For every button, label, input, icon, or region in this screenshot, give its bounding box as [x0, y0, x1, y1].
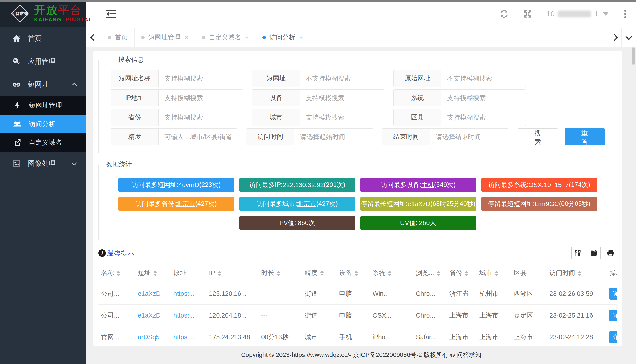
province-input[interactable]: [159, 109, 243, 126]
detail-button[interactable]: 详情: [609, 288, 617, 300]
print-icon[interactable]: [604, 247, 617, 260]
sort-icon[interactable]: [578, 270, 581, 276]
field-label: 系统: [394, 90, 441, 106]
field-province: 省份: [111, 109, 243, 126]
refresh-icon[interactable]: [499, 9, 509, 19]
visit-time-input[interactable]: [294, 129, 373, 145]
sort-icon[interactable]: [388, 270, 392, 276]
tip-link[interactable]: 温馨提示: [107, 248, 134, 258]
sort-icon[interactable]: [320, 270, 324, 276]
search-button[interactable]: 搜 索: [518, 128, 558, 145]
info-icon: i: [98, 249, 106, 257]
stat-link[interactable]: OSX:10_15_7: [528, 181, 569, 189]
sidebar: 问答求知 开放平台 KAIFANG PINGTAI 首页 短网址 应用管理: [0, 0, 86, 364]
shorturl-submenu: 短网址管理 访问分析 自定义域名: [0, 96, 86, 152]
sidebar-item-label: 短网址: [28, 80, 49, 89]
sidebar-item-apps[interactable]: 短网址 应用管理: [0, 50, 86, 73]
stat-most-visited-device: 访问最多设备: 手机(549次): [360, 178, 476, 192]
field-visit-time: 访问时间: [246, 128, 373, 145]
shorturl-name-input[interactable]: [159, 70, 243, 86]
stat-link[interactable]: 222.130.32.92: [283, 181, 324, 189]
search-panel: 搜索信息 短网址名称 短网址 原始网址: [98, 55, 617, 154]
stat-link[interactable]: 北京市: [297, 200, 316, 208]
sort-icon[interactable]: [153, 270, 157, 276]
sidebar-item-custom-domain[interactable]: 自定义域名: [0, 133, 86, 152]
tabs-scroll-right-button[interactable]: [607, 28, 621, 47]
detail-button[interactable]: 详情: [609, 331, 617, 343]
field-label: 结束时间: [382, 129, 430, 145]
tab-custom-domain[interactable]: 自定义域名 ×: [195, 28, 256, 47]
fullscreen-icon[interactable]: [523, 9, 532, 19]
tab-close-icon[interactable]: ×: [245, 34, 249, 41]
detail-button[interactable]: 详情: [609, 310, 617, 321]
system-input[interactable]: [441, 90, 526, 106]
sidebar-item-home[interactable]: 首页: [0, 27, 86, 50]
stat-link[interactable]: 4uvrnD: [178, 181, 199, 189]
sidebar-item-visit-analysis[interactable]: 访问分析: [0, 115, 86, 133]
cell-origin-link[interactable]: https:...: [171, 305, 206, 326]
tab-close-icon[interactable]: ×: [299, 34, 303, 41]
logo-subtitle: KAIFANG PINGTAI: [34, 17, 91, 23]
field-label: 原始网址: [394, 70, 441, 86]
chevron-left-icon: [90, 34, 97, 41]
tab-home[interactable]: 首页: [101, 28, 135, 47]
cell-name: 公司...: [98, 283, 135, 305]
shorturl-input[interactable]: [300, 70, 384, 86]
tab-close-icon[interactable]: ×: [184, 34, 188, 41]
tabs-scroll-left-button[interactable]: [86, 28, 101, 47]
cell-short-link[interactable]: e1aXzD: [135, 305, 171, 326]
sort-icon[interactable]: [277, 270, 280, 276]
device-input[interactable]: [300, 90, 384, 106]
sort-icon[interactable]: [117, 270, 120, 276]
sidebar-item-label: 自定义域名: [29, 138, 62, 147]
cell-name: 公司...: [98, 305, 135, 326]
main-card: 搜索信息 短网址名称 短网址 原始网址: [93, 51, 622, 346]
district-input[interactable]: [441, 109, 526, 126]
sort-icon[interactable]: [218, 270, 221, 276]
logo-diamond-icon: 问答求知: [10, 4, 29, 23]
sidebar-item-image-processing[interactable]: 图像处理: [0, 152, 86, 175]
cell-origin-link[interactable]: https:...: [171, 283, 206, 305]
columns-toggle-button[interactable]: [571, 247, 584, 260]
table-row: 公司... e1aXzD https:... 125.120.16... ---…: [98, 283, 617, 305]
stat-longest-stay: 停留最长短网址: e1aXzD(68时25分40秒): [360, 197, 476, 211]
sidebar-item-label: 首页: [28, 34, 42, 43]
field-label: 省份: [111, 109, 159, 126]
kebab-menu-icon[interactable]: [622, 9, 628, 19]
stat-most-visited-city: 访问最多城市: 北京市(427次): [239, 197, 355, 211]
sort-icon[interactable]: [355, 270, 358, 276]
stat-link[interactable]: 手机: [421, 180, 434, 189]
account-menu[interactable]: 10 1: [546, 10, 608, 18]
export-icon[interactable]: [588, 247, 600, 260]
precision-input[interactable]: [159, 129, 237, 145]
reset-button[interactable]: 重 置: [565, 128, 605, 145]
sidebar-item-shorturl-manage[interactable]: 短网址管理: [0, 96, 86, 115]
cell-short-link[interactable]: arDSq5: [135, 326, 171, 346]
col-city: 城市: [477, 263, 511, 283]
sidebar-collapse-icon[interactable]: [106, 10, 116, 18]
lightning-icon: [13, 102, 22, 109]
sort-icon[interactable]: [437, 270, 440, 276]
ip-input[interactable]: [159, 90, 243, 106]
key-icon: [12, 58, 21, 66]
scrollbar-thumb[interactable]: [631, 48, 635, 65]
logo[interactable]: 问答求知 开放平台 KAIFANG PINGTAI: [0, 0, 86, 27]
tab-shorturl-manage[interactable]: 短网址管理 ×: [135, 28, 195, 47]
stat-link[interactable]: e1aXzD: [408, 200, 430, 208]
logo-title: 开放平台: [34, 4, 91, 16]
cell-origin-link[interactable]: https:...: [171, 326, 206, 346]
sort-icon[interactable]: [495, 270, 498, 276]
field-district: 区县: [393, 109, 526, 126]
table-tools: [571, 247, 617, 260]
stat-link[interactable]: Lmr9GC: [535, 200, 559, 208]
tabs-dropdown-button[interactable]: [621, 28, 636, 47]
sort-icon[interactable]: [465, 270, 468, 276]
stat-link[interactable]: 北京市: [176, 200, 195, 208]
end-time-input[interactable]: [430, 129, 509, 145]
tab-visit-analysis[interactable]: 访问分析 ×: [256, 28, 310, 47]
city-input[interactable]: [300, 109, 384, 126]
sidebar-item-shorturl[interactable]: 短网址: [0, 73, 86, 96]
cell-short-link[interactable]: e1aXzD: [135, 283, 171, 305]
origin-url-input[interactable]: [441, 70, 526, 86]
cell-name: 官网...: [98, 326, 135, 346]
